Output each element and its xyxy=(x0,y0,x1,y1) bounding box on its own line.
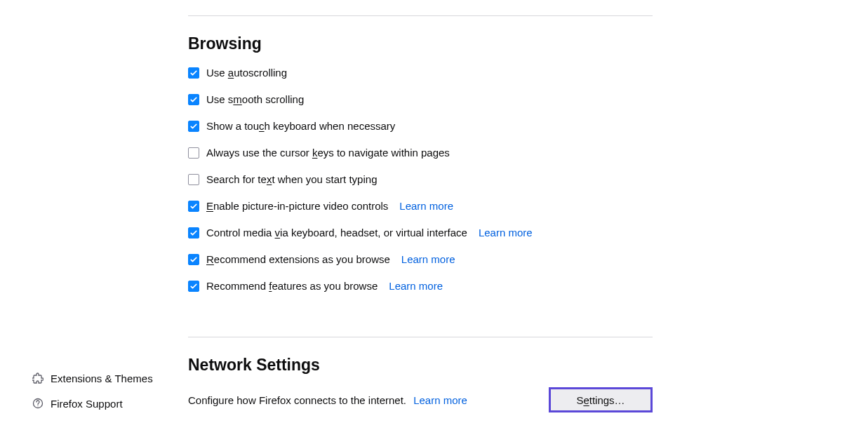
option-search-typing[interactable]: Search for text when you start typing xyxy=(188,173,653,187)
learn-more-link[interactable]: Learn more xyxy=(479,226,533,240)
option-media-controls[interactable]: Control media via keyboard, headset, or … xyxy=(188,226,653,240)
option-label: Use autoscrolling xyxy=(206,66,287,80)
sidebar-item-support[interactable]: Firefox Support xyxy=(32,391,161,416)
sidebar-item-label: Firefox Support xyxy=(51,398,123,410)
checkbox[interactable] xyxy=(188,201,199,212)
option-recommend-extensions[interactable]: Recommend extensions as you browse Learn… xyxy=(188,253,653,267)
learn-more-link[interactable]: Learn more xyxy=(401,253,455,267)
sidebar-footer: Extensions & Themes Firefox Support xyxy=(0,365,161,416)
question-circle-icon xyxy=(32,398,44,409)
settings-content: Browsing Use autoscrolling Use smooth sc… xyxy=(188,0,653,412)
svg-point-1 xyxy=(37,405,38,406)
option-autoscrolling[interactable]: Use autoscrolling xyxy=(188,66,653,80)
network-settings-row: Configure how Firefox connects to the in… xyxy=(188,387,653,412)
checkbox[interactable] xyxy=(188,147,199,159)
section-divider xyxy=(188,337,653,337)
sidebar-item-label: Extensions & Themes xyxy=(51,372,153,384)
option-pip-controls[interactable]: Enable picture-in-picture video controls… xyxy=(188,199,653,213)
sidebar-item-extensions[interactable]: Extensions & Themes xyxy=(32,365,161,391)
option-label: Enable picture-in-picture video controls xyxy=(206,199,388,213)
checkbox[interactable] xyxy=(188,227,199,239)
section-divider xyxy=(188,15,653,16)
option-label: Show a touch keyboard when necessary xyxy=(206,119,395,133)
option-label: Search for text when you start typing xyxy=(206,173,377,187)
learn-more-link[interactable]: Learn more xyxy=(389,279,443,293)
section-title-network: Network Settings xyxy=(188,356,653,375)
learn-more-link[interactable]: Learn more xyxy=(399,199,453,213)
option-label: Control media via keyboard, headset, or … xyxy=(206,226,467,240)
checkbox[interactable] xyxy=(188,121,199,132)
puzzle-icon xyxy=(32,372,44,384)
learn-more-link[interactable]: Learn more xyxy=(413,394,467,406)
checkbox[interactable] xyxy=(188,174,199,185)
option-label: Use smooth scrolling xyxy=(206,93,304,107)
option-label: Recommend features as you browse xyxy=(206,279,378,293)
checkbox[interactable] xyxy=(188,254,199,265)
section-title-browsing: Browsing xyxy=(188,34,653,53)
option-cursor-keys[interactable]: Always use the cursor keys to navigate w… xyxy=(188,146,653,160)
option-label: Recommend extensions as you browse xyxy=(206,253,390,267)
option-recommend-features[interactable]: Recommend features as you browse Learn m… xyxy=(188,279,653,293)
option-label: Always use the cursor keys to navigate w… xyxy=(206,146,450,160)
checkbox[interactable] xyxy=(188,94,199,105)
network-settings-button[interactable]: Settings… xyxy=(549,387,653,412)
option-touch-keyboard[interactable]: Show a touch keyboard when necessary xyxy=(188,119,653,133)
option-smooth-scrolling[interactable]: Use smooth scrolling xyxy=(188,93,653,107)
network-description-wrap: Configure how Firefox connects to the in… xyxy=(188,394,467,406)
checkbox[interactable] xyxy=(188,281,199,292)
checkbox[interactable] xyxy=(188,67,199,79)
network-description: Configure how Firefox connects to the in… xyxy=(188,394,406,406)
